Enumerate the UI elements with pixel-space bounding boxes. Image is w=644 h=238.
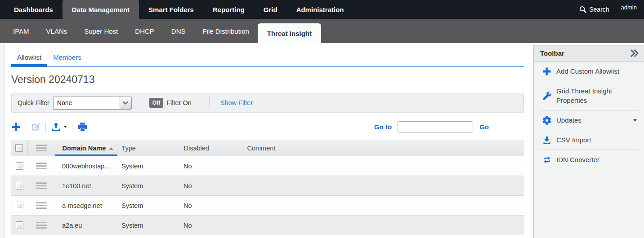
toolbar-item-add-custom-allowlist[interactable]: Add Custom Allowlist	[539, 62, 640, 81]
toolbar-item-grid-threat-insight-properties[interactable]: Grid Threat Insight Properties	[539, 81, 640, 110]
toolbar-item-csv-import[interactable]: CSV Import	[539, 130, 640, 150]
plus-icon	[11, 122, 21, 132]
row-checkbox[interactable]	[16, 182, 23, 190]
cell-comment	[242, 196, 524, 216]
table-row[interactable]: a-msedge.net System No	[11, 196, 524, 216]
column-header-comment[interactable]: Comment	[242, 140, 524, 156]
left-collapse-strip[interactable]	[0, 43, 4, 238]
column-header-type[interactable]: Type	[117, 140, 180, 156]
row-checkbox[interactable]	[16, 221, 23, 229]
cell-comment	[242, 216, 524, 235]
toolbar-item-idn-converter[interactable]: IDN Converter	[539, 150, 640, 169]
printer-icon	[77, 122, 88, 132]
topnav-right-cluster: Search admin	[579, 0, 644, 19]
toolbar-item-label: IDN Converter	[556, 155, 611, 164]
quick-filter-select[interactable]: None	[53, 97, 132, 110]
table-row[interactable]: a2a.eu System No	[11, 216, 524, 235]
export-button[interactable]	[51, 122, 67, 132]
subnav-item-file-distribution[interactable]: File Distribution	[194, 27, 257, 35]
edit-pencil-icon	[31, 122, 40, 132]
swap-arrows-icon	[541, 156, 553, 164]
toolbar-item-label: CSV Import	[556, 135, 603, 145]
cell-comment	[242, 176, 524, 196]
tab-allowlist[interactable]: Allowlist	[11, 49, 47, 66]
gear-icon	[541, 116, 553, 125]
collapse-panel-chevrons-icon[interactable]	[630, 49, 639, 57]
filter-divider	[141, 96, 141, 110]
table-row[interactable]: 000webhostap... System No	[11, 156, 524, 176]
row-menu-icon[interactable]	[36, 163, 47, 169]
nav-item-grid[interactable]: Grid	[254, 0, 287, 19]
export-upload-icon	[51, 122, 61, 132]
plus-icon	[541, 67, 553, 76]
row-checkbox[interactable]	[16, 162, 23, 170]
show-filter-link[interactable]: Show Filter	[220, 99, 253, 106]
tab-members[interactable]: Members	[47, 49, 87, 66]
action-separator	[26, 122, 26, 132]
chevron-down-icon	[123, 101, 128, 105]
row-menu-icon[interactable]	[36, 182, 47, 189]
action-separator	[72, 122, 72, 132]
row-menu-icon[interactable]	[36, 222, 47, 229]
nav-item-administration[interactable]: Administration	[287, 0, 353, 19]
subnav-item-dhcp[interactable]: DHCP	[126, 27, 163, 35]
data-management-subnav: IPAM VLANs Super Host DHCP DNS File Dist…	[0, 19, 644, 43]
hamburger-icon[interactable]	[36, 145, 47, 151]
user-menu-admin[interactable]: admin	[621, 4, 637, 11]
print-button[interactable]	[77, 122, 88, 132]
cell-type: System	[117, 176, 180, 196]
toolbar-item-label: Grid Threat Insight Properties	[556, 86, 638, 105]
column-header-disabled[interactable]: Disabled	[180, 140, 242, 156]
add-button[interactable]	[11, 122, 21, 132]
toolbar-panel-header: Toolbar	[534, 45, 644, 62]
search-label: Search	[589, 6, 609, 13]
select-all-checkbox[interactable]	[15, 144, 23, 152]
edit-button-disabled[interactable]	[31, 122, 40, 132]
toolbar-item-updates[interactable]: Updates	[539, 110, 640, 130]
cell-domain-name: 1e100.net	[55, 176, 117, 196]
cell-disabled: No	[180, 216, 242, 235]
cell-type: System	[117, 156, 180, 176]
search-icon	[579, 6, 586, 13]
export-dropdown-caret[interactable]	[63, 126, 67, 128]
subnav-item-ipam[interactable]: IPAM	[4, 27, 38, 35]
action-separator	[45, 122, 46, 132]
filter-toggle-off-badge[interactable]: Off	[149, 98, 163, 108]
toolbar-panel-title: Toolbar	[540, 49, 564, 57]
toolbar-item-label: Updates	[556, 115, 593, 125]
subnav-item-super-host[interactable]: Super Host	[76, 27, 126, 35]
row-menu-header-cell	[27, 140, 55, 156]
global-search-button[interactable]: Search	[579, 6, 609, 13]
subnav-item-dns[interactable]: DNS	[163, 27, 194, 35]
row-checkbox[interactable]	[16, 202, 23, 209]
goto-input[interactable]	[398, 121, 473, 132]
filter-divider-2	[210, 96, 210, 110]
nav-item-smart-folders[interactable]: Smart Folders	[139, 0, 203, 19]
cell-disabled: No	[180, 176, 242, 196]
cell-comment	[242, 156, 524, 176]
top-nav-bar: Dashboards Data Management Smart Folders…	[0, 0, 644, 19]
cell-disabled: No	[180, 156, 242, 176]
wrench-icon	[541, 92, 553, 100]
updates-dropdown-button[interactable]	[628, 115, 639, 125]
filter-on-label: Filter On	[166, 99, 192, 106]
toolbar-panel: Toolbar Add Custom Allowlist Grid Threat…	[533, 45, 644, 238]
nav-item-data-management[interactable]: Data Management	[63, 0, 139, 19]
subnav-item-vlans[interactable]: VLANs	[38, 27, 76, 35]
go-button[interactable]: Go	[479, 123, 489, 131]
column-header-domain-name[interactable]: Domain Name	[55, 140, 117, 156]
cell-type: System	[117, 196, 180, 216]
nav-item-dashboards[interactable]: Dashboards	[4, 0, 63, 19]
select-all-header-cell	[11, 140, 27, 156]
nav-item-reporting[interactable]: Reporting	[203, 0, 254, 19]
cell-domain-name: a-msedge.net	[55, 196, 117, 216]
toolbar-item-label: Add Custom Allowlist	[556, 66, 631, 76]
quick-filter-selected-value: None	[53, 97, 120, 110]
page-tabs: Allowlist Members	[11, 43, 524, 67]
quick-filter-dropdown-button[interactable]	[120, 97, 132, 110]
subnav-item-threat-insight[interactable]: Threat Insight	[258, 23, 321, 43]
table-row[interactable]: 1e100.net System No	[11, 176, 524, 196]
quick-filter-label: Quick Filter	[18, 99, 49, 106]
row-menu-icon[interactable]	[36, 202, 47, 209]
download-icon	[541, 136, 553, 145]
